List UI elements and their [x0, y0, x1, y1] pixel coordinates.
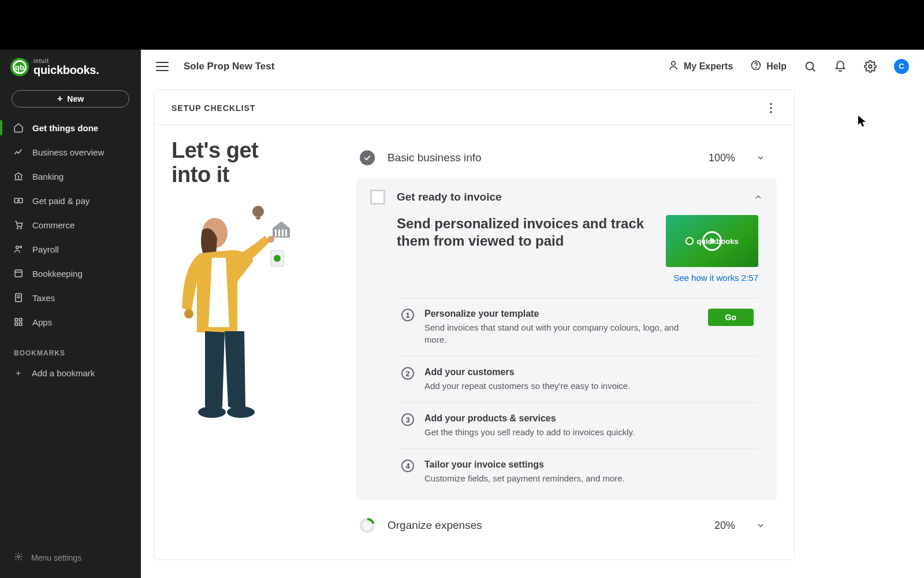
check-empty-icon [370, 190, 385, 205]
section-percent: 20% [714, 520, 735, 532]
my-experts-button[interactable]: My Experts [668, 60, 733, 73]
hamburger-icon[interactable] [156, 62, 169, 71]
chevron-down-icon [756, 153, 765, 162]
step-number: 2 [401, 367, 414, 380]
section-percent: 100% [709, 152, 735, 164]
new-button-label: New [67, 94, 84, 103]
hero-illustration [172, 201, 304, 432]
svg-point-4 [16, 246, 19, 249]
svg-rect-31 [278, 229, 280, 236]
bell-icon[interactable] [834, 60, 847, 73]
sidebar-item-bookkeeping[interactable]: Bookkeeping [0, 261, 141, 286]
svg-rect-0 [14, 198, 23, 203]
more-icon[interactable] [765, 102, 777, 114]
card-header: SETUP CHECKLIST [154, 90, 794, 124]
person-icon [668, 60, 679, 73]
sidebar-item-get-things-done[interactable]: Get things done [0, 116, 141, 140]
svg-rect-12 [20, 318, 23, 321]
svg-point-18 [756, 67, 757, 68]
cart-icon [13, 219, 24, 231]
step-add-customers[interactable]: 2 Add your customers Add your repeat cus… [397, 356, 758, 402]
video-link[interactable]: See how it works 2:57 [666, 273, 758, 283]
avatar[interactable]: C [894, 59, 909, 74]
company-name[interactable]: Sole Prop New Test [184, 61, 274, 72]
section-label: Organize expenses [388, 519, 702, 532]
svg-rect-14 [20, 323, 23, 326]
chevron-down-icon [756, 521, 765, 530]
step-number: 1 [401, 309, 414, 321]
gear-icon [14, 552, 23, 563]
app-shell: qb intuit quickbooks. + New Get things d… [0, 50, 924, 578]
header-actions: My Experts Help C [668, 59, 909, 74]
go-button[interactable]: Go [708, 309, 754, 326]
sidebar-item-taxes[interactable]: Taxes [0, 286, 141, 310]
section-organize-expenses[interactable]: Organize expenses 20% [356, 509, 777, 542]
people-icon [13, 243, 24, 255]
help-button[interactable]: Help [750, 60, 787, 73]
step-add-products-services[interactable]: 3 Add your products & services Get the t… [397, 402, 758, 449]
grid-icon [13, 316, 24, 328]
section-get-ready-to-invoice: Get ready to invoice Send personalized i… [356, 178, 777, 501]
step-title: Personalize your template [424, 309, 698, 319]
add-bookmark[interactable]: ＋ Add a bookmark [0, 362, 141, 384]
qb-logo-icon: qb [10, 58, 29, 76]
checklist-column: Basic business info 100% Get ready to in… [356, 125, 777, 542]
sidebar-item-label: Get paid & pay [32, 196, 90, 206]
step-title: Add your products & services [424, 413, 754, 424]
browser-blackbar [0, 0, 924, 50]
step-title: Add your customers [424, 367, 754, 377]
sidebar-nav: Get things done Business overview Bankin… [0, 116, 141, 334]
sidebar-item-label: Taxes [32, 293, 55, 303]
sidebar-item-payroll[interactable]: Payroll [0, 237, 141, 261]
avatar-initial: C [899, 62, 904, 71]
svg-rect-33 [285, 229, 287, 236]
sidebar: qb intuit quickbooks. + New Get things d… [0, 50, 141, 578]
search-icon[interactable] [804, 60, 817, 73]
video-thumbnail[interactable]: quickbooks [666, 215, 758, 267]
svg-point-24 [198, 406, 226, 418]
sidebar-item-apps[interactable]: Apps [0, 310, 141, 334]
sidebar-item-label: Banking [32, 172, 64, 181]
svg-point-25 [227, 406, 255, 418]
svg-rect-30 [275, 229, 277, 236]
gear-icon[interactable] [864, 60, 877, 73]
progress-partial-icon [360, 518, 375, 533]
brand-name: quickbooks. [33, 64, 99, 76]
step-personalize-template[interactable]: 1 Personalize your template Send invoice… [397, 298, 758, 356]
step-tailor-invoice-settings[interactable]: 4 Tailor your invoice settings Customize… [397, 449, 758, 495]
money-icon [13, 195, 24, 206]
section-basic-business-info[interactable]: Basic business info 100% [356, 141, 777, 175]
check-complete-icon [360, 150, 375, 165]
section-header[interactable]: Get ready to invoice [370, 190, 763, 208]
section-hero: Send personalized invoices and track the… [370, 208, 763, 298]
sidebar-item-label: Apps [32, 317, 52, 327]
svg-rect-13 [15, 323, 18, 326]
add-bookmark-label: Add a bookmark [32, 368, 95, 378]
svg-point-21 [869, 65, 872, 68]
card-body: Let's getinto it [154, 124, 794, 560]
setup-checklist-card: SETUP CHECKLIST Let's getinto it [154, 89, 795, 560]
book-icon [13, 268, 24, 279]
my-experts-label: My Experts [684, 61, 733, 72]
new-button[interactable]: + New [12, 90, 129, 108]
step-number: 3 [401, 413, 414, 426]
bookmarks-header: BOOKMARKS [0, 334, 141, 362]
sidebar-item-banking[interactable]: Banking [0, 164, 141, 188]
step-number: 4 [401, 460, 414, 472]
play-icon [702, 231, 722, 251]
svg-point-2 [17, 228, 18, 229]
sidebar-item-business-overview[interactable]: Business overview [0, 140, 141, 164]
step-desc: Add your repeat customers so they're eas… [424, 380, 754, 392]
help-label: Help [766, 61, 787, 72]
svg-rect-6 [15, 270, 22, 277]
sidebar-item-get-paid[interactable]: Get paid & pay [0, 188, 141, 213]
menu-settings[interactable]: Menu settings [0, 546, 141, 569]
svg-point-26 [184, 309, 193, 318]
svg-point-19 [806, 62, 814, 69]
svg-point-1 [18, 200, 20, 202]
sidebar-item-commerce[interactable]: Commerce [0, 213, 141, 237]
brand-logo[interactable]: qb intuit quickbooks. [0, 55, 141, 87]
svg-point-16 [672, 61, 676, 65]
svg-point-35 [274, 255, 281, 262]
home-icon [13, 122, 24, 134]
